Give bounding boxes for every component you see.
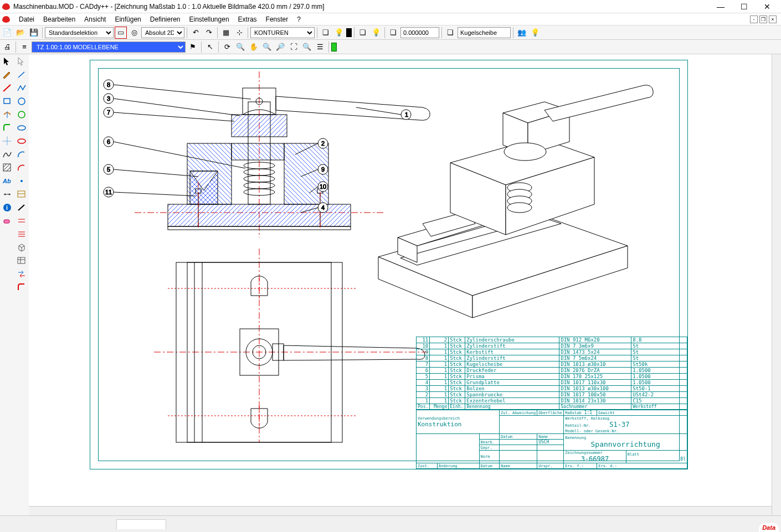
zoom-window-button[interactable]: 🔍 — [234, 41, 246, 53]
fillet-red-tool[interactable] — [16, 281, 28, 293]
refresh-view-button[interactable]: ⟳ — [221, 41, 233, 53]
menu-einfuegen[interactable]: Einfügen — [110, 14, 145, 24]
line-red-tool[interactable] — [1, 82, 13, 94]
select-rect-button[interactable]: ▭ — [115, 27, 127, 39]
undo-button[interactable]: ↶ — [189, 27, 202, 39]
bulb-1-icon[interactable]: 💡 — [333, 27, 345, 39]
grid-button[interactable]: ▦ — [220, 27, 232, 39]
menu-ansicht[interactable]: Ansicht — [80, 14, 110, 24]
menu-bearbeiten[interactable]: Bearbeiten — [39, 14, 80, 24]
bom-header: Pos.MengeEinh.BenennungSachnummerWerksto… — [417, 404, 687, 410]
bom-row: 41StckGrundplatteDIN 1017 110x301.0500 — [417, 380, 687, 386]
redo-button[interactable]: ↷ — [203, 27, 215, 39]
crosshair-tool[interactable] — [1, 135, 13, 147]
zoom-dynamic-button[interactable]: 🔍 — [261, 41, 273, 53]
menu-help[interactable]: ? — [292, 14, 305, 24]
left-tool-palette: Ab i — [0, 54, 29, 515]
drawing-canvas[interactable]: 8 3 7 6 5 11 1 2 9 10 4 — [29, 54, 781, 515]
point-tool[interactable] — [16, 175, 28, 187]
app-logo-icon — [2, 16, 10, 23]
print-button[interactable]: 🖨 — [1, 41, 13, 53]
line-black-tool[interactable] — [16, 202, 28, 214]
cursor-arrow-button[interactable]: ↖ — [204, 41, 216, 53]
menu-extras[interactable]: Extras — [234, 14, 261, 24]
people-icon[interactable]: 👥 — [516, 27, 528, 39]
pointer-tool[interactable] — [1, 55, 13, 68]
bulb-2-icon[interactable]: 💡 — [370, 27, 382, 39]
numeric-input[interactable] — [400, 27, 439, 38]
menu-definieren[interactable]: Definieren — [146, 14, 185, 24]
svg-text:6: 6 — [107, 138, 110, 145]
open-file-button[interactable]: 📂 — [14, 27, 27, 39]
bom-row: 21StckSpannbrueckeDIN 1017 100x50USt42-2 — [417, 392, 687, 398]
view-list-button[interactable]: ☰ — [314, 41, 326, 53]
svg-rect-39 — [232, 143, 284, 160]
document-tab[interactable] — [116, 519, 166, 529]
new-file-button[interactable]: 📄 — [1, 27, 13, 39]
snap-button[interactable]: ⊹ — [233, 27, 245, 39]
bulb-3-icon[interactable]: 💡 — [529, 27, 541, 39]
fillet-green-tool[interactable] — [1, 122, 13, 134]
mdi-restore-button[interactable]: ❐ — [759, 16, 767, 23]
bom-row: 91StckKerbstiftDIN 1473 5x24St — [417, 349, 687, 355]
status-indicator-icon — [331, 43, 337, 51]
layer-stack-3-icon[interactable]: ❏ — [387, 27, 399, 39]
kontur-dropdown[interactable]: KONTUREN — [250, 27, 315, 38]
mdi-minimize-button[interactable]: - — [750, 16, 758, 23]
pan-button[interactable]: ✋ — [248, 41, 260, 53]
arc-tool[interactable] — [16, 148, 28, 161]
menu-fenster[interactable]: Fenster — [261, 14, 293, 24]
info-tool[interactable]: i — [1, 202, 13, 214]
toolbar-main: 📄 📂 💾 Standardselektion ▭ ◎ Absolut 2D ↶… — [0, 25, 781, 40]
layer-stack-4-icon[interactable]: ❏ — [444, 27, 456, 39]
maximize-button[interactable]: ☐ — [732, 0, 756, 13]
layout-tool[interactable] — [16, 188, 28, 200]
multiline-tool[interactable] — [16, 228, 28, 240]
save-file-button[interactable]: 💾 — [28, 27, 40, 39]
coord-mode-dropdown[interactable]: Absolut 2D — [141, 27, 184, 38]
hatch-tool[interactable] — [1, 162, 13, 174]
eraser-tool[interactable] — [1, 215, 13, 227]
layer-select-button[interactable]: ≡ — [18, 41, 30, 53]
layer-stack-2-icon[interactable]: ❏ — [357, 27, 369, 39]
box3d-tool[interactable] — [16, 241, 28, 254]
mdi-close-button[interactable]: × — [769, 16, 777, 23]
circle-green-tool[interactable] — [16, 109, 28, 121]
svg-text:5: 5 — [107, 166, 110, 173]
lines-double-tool[interactable] — [16, 215, 28, 227]
zoom-previous-button[interactable]: 🔍 — [301, 41, 313, 53]
swap-tool[interactable] — [16, 268, 28, 280]
svg-point-17 — [18, 126, 25, 130]
svg-rect-1 — [4, 99, 10, 104]
layer-flag-button[interactable]: ⚑ — [187, 41, 199, 53]
layer-name-input[interactable] — [458, 27, 511, 38]
zoom-extents-button[interactable]: ⛶ — [287, 41, 300, 53]
table-tool[interactable] — [16, 255, 28, 267]
ellipse-tool[interactable] — [16, 122, 28, 134]
circle-tool[interactable] — [16, 95, 28, 107]
menu-datei[interactable]: Datei — [14, 14, 39, 24]
zoom-out-button[interactable]: 🔎 — [274, 41, 286, 53]
pointer-alt-tool[interactable] — [16, 55, 28, 68]
trim-tool[interactable] — [1, 109, 13, 121]
text-tool[interactable]: Ab — [1, 175, 13, 187]
bom-row: 101StckZylinderstiftDIN 7 3m6x9St — [417, 343, 687, 349]
layer-stack-1-icon[interactable]: ❏ — [320, 27, 332, 39]
spline-tool[interactable] — [1, 148, 13, 161]
dimension-tool[interactable] — [1, 188, 13, 200]
layer-combo[interactable]: TZ 1.00:1.00 MODELLEBENE — [32, 42, 186, 53]
minimize-button[interactable]: — — [709, 0, 732, 13]
selection-mode-dropdown[interactable]: Standardselektion — [45, 27, 114, 38]
pencil-tool[interactable] — [1, 69, 13, 81]
close-button[interactable]: ✕ — [756, 0, 779, 13]
bom-row: 61StckDruckfederDIN 2076 DrZA1.0500 — [417, 368, 687, 374]
ellipse-red-tool[interactable] — [16, 135, 28, 147]
menu-einstellungen[interactable]: Einstellungen — [185, 14, 234, 24]
rect-tool[interactable] — [1, 95, 13, 107]
color-swatch-black[interactable] — [346, 28, 352, 37]
select-target-button[interactable]: ◎ — [128, 27, 140, 39]
line-tool[interactable] — [16, 69, 28, 81]
svg-line-6 — [3, 164, 7, 167]
arc-red-tool[interactable] — [16, 162, 28, 174]
polyline-tool[interactable] — [16, 82, 28, 94]
